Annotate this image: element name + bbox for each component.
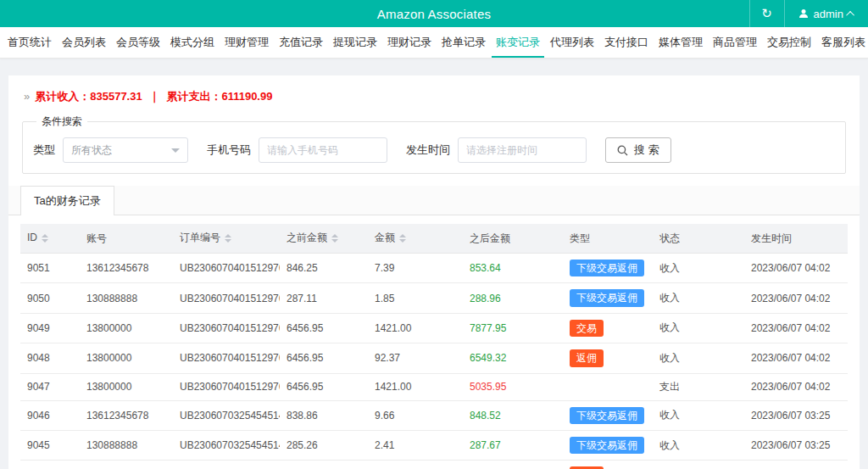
cell-order-no: UB2306070401512976 [173, 283, 280, 313]
cell-before-amount: 285.26 [280, 430, 368, 460]
refresh-button[interactable]: ↻ [749, 0, 785, 27]
cell-time: 2023/06/07 03:25 [744, 430, 848, 460]
cell-id: 9051 [20, 254, 80, 283]
total-income-label: 累计收入： [35, 90, 90, 103]
nav-item[interactable]: 代理列表 [546, 27, 598, 58]
cell-type: 下级交易返佣 [563, 254, 653, 283]
table-row: 9045130888888UB2306070325454514285.262.4… [20, 430, 848, 460]
sort-arrows-icon[interactable] [225, 231, 231, 246]
sort-arrows-icon[interactable] [42, 231, 48, 246]
cell-order-no: UB2306070401512976 [173, 373, 280, 400]
nav-item[interactable]: 抢单记录 [437, 27, 490, 58]
time-label: 发生时间 [406, 142, 450, 158]
summary-divider: ｜ [149, 90, 160, 103]
phone-label: 手机号码 [207, 142, 251, 158]
admin-menu[interactable]: admin [785, 0, 868, 27]
cell-after-amount: 6549.32 [463, 343, 563, 373]
cell-order-no: UB2306070325454514 [173, 430, 280, 460]
nav-item[interactable]: 首页统计 [3, 27, 56, 58]
cell-id: 9046 [20, 400, 80, 430]
tab-strip: Ta的财务记录 [8, 186, 860, 215]
cell-account: 13800000 [80, 461, 173, 469]
column-header-label: 金额 [375, 232, 395, 243]
time-input[interactable] [458, 137, 587, 163]
type-badge[interactable]: 交易 [570, 320, 604, 337]
cell-after-amount: 853.64 [463, 254, 563, 283]
cell-amount: 2.41 [368, 430, 463, 460]
type-badge[interactable]: 返佣 [570, 349, 604, 366]
nav-item[interactable]: 会员列表 [58, 27, 110, 58]
phone-input[interactable] [259, 137, 387, 163]
phone-filter: 手机号码 [207, 137, 387, 163]
cell-amount: 1421.00 [368, 373, 463, 400]
cell-before-amount: 846.25 [280, 254, 368, 283]
column-header: 发生时间 [744, 224, 848, 254]
column-header[interactable]: 之前金额 [280, 224, 368, 254]
cell-after-amount: 7877.95 [463, 313, 563, 343]
cell-after-amount: 8193.15 [463, 461, 563, 469]
cell-amount: 1856.90 [368, 461, 463, 469]
cell-id: 9045 [20, 430, 80, 460]
cell-before-amount: 6456.95 [280, 373, 368, 400]
cell-after-amount: 848.52 [463, 400, 563, 430]
nav-bar: 首页统计会员列表会员等级模式分组理财管理充值记录提现记录理财记录抢单记录账变记录… [0, 27, 868, 59]
nav-item[interactable]: 支付接口 [600, 27, 653, 58]
column-header[interactable]: 金额 [368, 224, 463, 254]
type-label: 类型 [33, 142, 55, 158]
table-row: 904413800000UB23060703254545146336.25185… [20, 461, 848, 469]
type-select-value: 所有状态 [71, 143, 112, 158]
cell-type: 下级交易返佣 [563, 430, 653, 460]
column-header[interactable]: 订单编号 [173, 224, 280, 254]
cell-before-amount: 6456.95 [280, 313, 368, 343]
type-badge[interactable]: 下级交易返佣 [570, 289, 644, 306]
nav-item[interactable]: 理财管理 [220, 27, 273, 58]
filter-legend: 条件搜索 [36, 114, 87, 129]
cell-status: 收入 [653, 430, 744, 460]
type-badge[interactable]: 下级交易返佣 [570, 437, 644, 454]
column-header-label: 类型 [570, 232, 590, 244]
tab-financial-records[interactable]: Ta的财务记录 [20, 186, 114, 215]
cell-amount: 9.66 [368, 400, 463, 430]
user-icon [798, 8, 809, 19]
cell-account: 13800000 [80, 343, 173, 373]
search-button[interactable]: 搜 索 [605, 137, 671, 163]
type-select[interactable]: 所有状态 [63, 137, 188, 163]
double-chevron-icon: » [24, 90, 30, 103]
cell-time: 2023/06/07 04:02 [744, 313, 848, 343]
column-header[interactable]: ID [20, 224, 80, 254]
cell-amount: 1.85 [368, 283, 463, 313]
cell-account: 130888888 [80, 283, 173, 313]
cell-time: 2023/06/07 04:02 [744, 254, 848, 283]
nav-item[interactable]: 媒体管理 [654, 27, 707, 58]
cell-order-no: UB2306070325454514 [173, 400, 280, 430]
total-income-value: 835577.31 [90, 90, 142, 103]
nav-item[interactable]: 客服列表 [817, 27, 868, 58]
cell-id: 9048 [20, 343, 80, 373]
column-header: 类型 [563, 224, 653, 254]
table-row: 9050130888888UB2306070401512976287.111.8… [20, 283, 848, 313]
table-header-row: ID账号订单编号之前金额金额之后金额类型状态发生时间 [20, 224, 848, 254]
cell-type: 返佣 [563, 343, 653, 373]
nav-item[interactable]: 提现记录 [329, 27, 381, 58]
topbar-right: ↻ admin [749, 0, 868, 27]
type-badge[interactable]: 下级交易返佣 [570, 260, 644, 276]
cell-id: 9050 [20, 283, 80, 313]
sort-arrows-icon[interactable] [399, 231, 406, 246]
nav-item[interactable]: 会员等级 [112, 27, 164, 58]
filter-form-row: 类型 所有状态 手机号码 发生时间 搜 索 [33, 137, 835, 163]
cell-id: 9049 [20, 313, 80, 343]
nav-item[interactable]: 充值记录 [275, 27, 327, 58]
nav-item-active[interactable]: 账变记录 [492, 27, 544, 58]
table-body: 905113612345678UB2306070401512976846.257… [20, 254, 848, 469]
sort-arrows-icon[interactable] [331, 231, 338, 246]
type-badge[interactable]: 下级交易返佣 [570, 407, 644, 424]
nav-item[interactable]: 模式分组 [166, 27, 219, 58]
nav-item[interactable]: 交易控制 [763, 27, 815, 58]
app-title: Amazon Associates [0, 7, 868, 21]
cell-type [563, 373, 653, 400]
cell-status: 支出 [653, 373, 744, 400]
cell-after-amount: 288.96 [463, 283, 563, 313]
nav-item[interactable]: 商品管理 [709, 27, 761, 58]
nav-item[interactable]: 理财记录 [383, 27, 436, 58]
cell-time: 2023/06/07 03:25 [744, 461, 848, 469]
